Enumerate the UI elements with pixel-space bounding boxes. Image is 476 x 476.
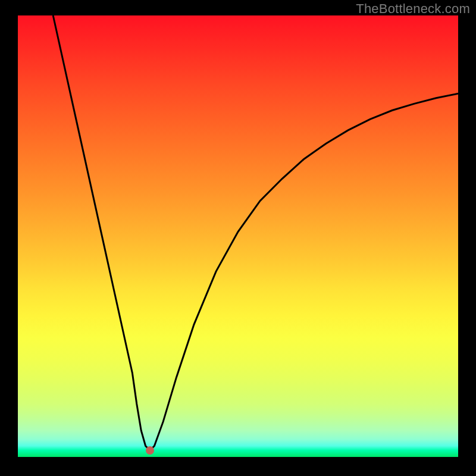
plot-area: [18, 15, 458, 457]
chart-stage: TheBottleneck.com: [0, 0, 476, 476]
minimum-marker: [146, 446, 154, 455]
bottleneck-curve: [53, 15, 458, 450]
curve-svg: [18, 15, 458, 457]
watermark-text: TheBottleneck.com: [356, 1, 470, 17]
